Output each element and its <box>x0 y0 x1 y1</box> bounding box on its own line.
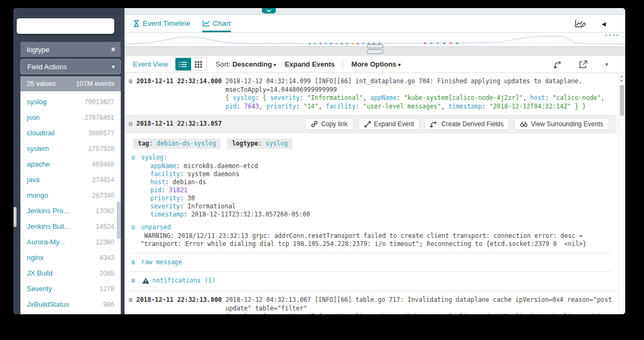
field-value-row[interactable]: Severity 1278 <box>20 281 121 296</box>
copy-link-button[interactable]: Copy link <box>305 118 353 130</box>
expanded-event-body: tagdebian-ds-syslog logtypesyslog ⊟ sysl… <box>125 133 617 291</box>
values-count: 25 values <box>27 80 56 88</box>
log-event-row[interactable]: ⊞ 2018-12-11 22:32:13.000 2018-12-12 04:… <box>125 292 617 314</box>
share-icon[interactable] <box>579 60 588 68</box>
event-action-buttons: Copy link Expand Event Create Derived Fi… <box>305 118 609 130</box>
event-timestamp: 2018-12-11 22:32:13.057 <box>136 120 222 128</box>
field-value-link[interactable]: mongo <box>27 191 48 199</box>
scrollbar-thumb[interactable] <box>620 85 624 116</box>
tag-pill[interactable]: tagdebian-ds-syslog <box>133 139 221 149</box>
tab-chart[interactable]: Chart <box>202 15 231 32</box>
collapse-section-icon[interactable]: ⊟ <box>131 154 139 162</box>
expanded-event-header: ⊟ 2018-12-11 22:32:13.057 Copy link Expa… <box>125 115 617 133</box>
log-event-expanded: ⊟ 2018-12-11 22:32:13.057 Copy link Expa… <box>125 115 617 292</box>
sort-label: Sort: <box>216 60 230 68</box>
expand-section-icon[interactable]: ⊞ <box>131 277 139 285</box>
field-value-link[interactable]: JxBuildStatus <box>27 300 69 308</box>
field-values-sidebar: logtype × Field Actions ▾ 25 values 107M… <box>13 8 125 314</box>
sidebar-scrollbar-thumb[interactable] <box>117 201 120 239</box>
top-strip <box>125 8 625 15</box>
raw-message-section: ⊞ raw message <box>131 258 611 266</box>
field-value-link[interactable]: java <box>27 176 40 184</box>
expand-event-button[interactable]: Expand Event <box>358 118 420 130</box>
chevron-down-icon[interactable]: ▾ <box>605 61 608 67</box>
search-bar-pull-tab[interactable] <box>262 8 276 13</box>
field-values-list: syslog 79913627 json 27676451 cloudtrail… <box>20 91 121 314</box>
field-value-link[interactable]: Severity <box>27 285 52 293</box>
expand-event-icon[interactable]: ⊞ <box>129 296 136 305</box>
list-icon <box>179 61 187 68</box>
expand-events-button[interactable]: Expand Events <box>285 60 335 68</box>
binoculars-icon <box>520 121 528 127</box>
chevron-down-icon: ▾ <box>274 62 276 68</box>
collapse-event-icon[interactable]: ⊟ <box>129 120 136 128</box>
collapse-section-icon[interactable]: ⊟ <box>131 223 139 232</box>
field-actions-label: Field Actions <box>27 63 67 71</box>
sort-dropdown[interactable]: Sort: Descending▾ <box>216 60 276 68</box>
field-value-row[interactable]: syslog 79913627 <box>20 94 121 110</box>
list-view-button[interactable] <box>175 58 191 70</box>
event-view-label: Event View <box>133 60 168 68</box>
chart-resize-strip <box>125 47 625 56</box>
field-value-row[interactable]: json 27676451 <box>20 110 121 125</box>
field-value-link[interactable]: Jenkins Buil... <box>27 222 70 230</box>
field-value-link[interactable]: system <box>27 144 49 153</box>
section-label[interactable]: syslog: <box>141 154 167 162</box>
event-message: 2018-12-12 04:32:13.067 [INFO][66] table… <box>225 296 617 314</box>
drag-handle[interactable] <box>367 44 383 56</box>
field-value-row[interactable]: JX Build 2085 <box>20 265 121 281</box>
event-view-toolbar: Event View Sort: Descending▾ Expand Even… <box>125 56 625 73</box>
field-value-row[interactable]: mongo 267340 <box>20 187 121 203</box>
create-derived-fields-button[interactable]: Create Derived Fields <box>425 118 509 130</box>
log-event-row[interactable]: ⊞ 2018-12-11 22:32:14.000 2018-12-12 04:… <box>125 73 617 115</box>
events-count: 107M events <box>76 80 114 88</box>
field-value-link[interactable]: syslog <box>27 98 47 106</box>
section-divider <box>129 253 611 254</box>
field-value-row[interactable]: nginx 4343 <box>20 250 121 265</box>
tab-label: Event Timeline <box>143 19 191 27</box>
field-value-row[interactable]: cloudtrail 3886577 <box>20 125 121 141</box>
collapse-panel-icon[interactable]: ◀ <box>602 21 606 27</box>
field-value-link[interactable]: Jenkins Pro... <box>27 207 69 215</box>
field-value-row[interactable]: Jenkins Buil... 14524 <box>20 219 121 234</box>
grid-view-button[interactable] <box>191 58 207 70</box>
section-label[interactable]: notifications (1) <box>152 277 216 285</box>
section-label[interactable]: raw message <box>141 258 182 266</box>
field-value-count: 2085 <box>99 270 114 277</box>
scroll-up-icon[interactable]: ▲ <box>620 74 624 78</box>
toolbar-divider <box>342 60 343 69</box>
view-surrounding-events-button[interactable]: View Surrounding Events <box>514 118 609 130</box>
chevron-down-icon: ▾ <box>398 62 401 68</box>
syslog-section: ⊟ syslog: appName: microk8s.daemon-etcdf… <box>131 154 611 219</box>
field-value-link[interactable]: JX Build <box>27 269 53 277</box>
field-actions-button[interactable]: Field Actions ▾ <box>20 59 121 74</box>
derived-fields-icon[interactable] <box>554 61 563 68</box>
scroll-down-icon[interactable]: ▼ <box>620 79 624 83</box>
field-value-link[interactable]: apache <box>27 160 50 168</box>
expand-event-icon[interactable]: ⊞ <box>129 77 136 86</box>
field-value-link[interactable]: json <box>27 113 40 121</box>
expand-section-icon[interactable]: ⊞ <box>131 258 139 266</box>
field-value-row[interactable]: system 1757928 <box>20 141 121 156</box>
field-value-link[interactable]: Aurora-My... <box>27 238 65 246</box>
field-value-link[interactable]: cloudtrail <box>27 129 55 137</box>
tag-pill[interactable]: logtypesyslog <box>227 139 292 149</box>
tab-event-timeline[interactable]: Event Timeline <box>133 15 191 32</box>
content-scrollbar: ▲ ▼ <box>618 73 625 314</box>
field-value-row[interactable]: Jenkins Pro... 17062 <box>20 203 121 219</box>
more-options-dropdown[interactable]: More Options▾ <box>352 60 401 68</box>
field-value-count: 1278 <box>99 285 114 293</box>
window-scrollbar-thumb[interactable] <box>13 207 17 227</box>
view-mode-toggle <box>175 57 207 71</box>
field-value-row[interactable]: Aurora-My... 12360 <box>20 234 121 250</box>
event-timestamp: 2018-12-11 22:32:14.000 <box>136 77 225 86</box>
edit-chart-icon[interactable] <box>575 19 587 28</box>
grid-icon <box>195 61 202 68</box>
field-value-row[interactable]: java 274814 <box>20 172 121 187</box>
search-input[interactable] <box>16 18 115 34</box>
close-icon[interactable]: × <box>111 46 115 53</box>
field-value-row[interactable]: apache 469468 <box>20 156 121 172</box>
field-value-link[interactable]: nginx <box>27 254 43 262</box>
field-value-row[interactable]: JxBuildStatus 986 <box>20 296 121 312</box>
section-label[interactable]: unparsed <box>141 223 171 232</box>
